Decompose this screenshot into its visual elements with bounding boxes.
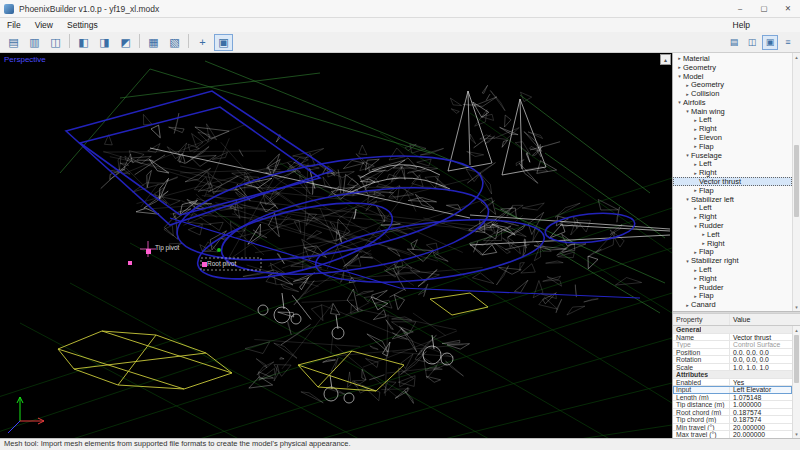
collapse-icon[interactable]: ▾ bbox=[692, 223, 699, 229]
toggle-wireframe-icon[interactable]: ▧ bbox=[165, 34, 184, 51]
expand-icon[interactable]: ▸ bbox=[692, 275, 699, 281]
tree-item-model[interactable]: ▾Model bbox=[673, 72, 792, 81]
expand-icon[interactable]: ▸ bbox=[692, 161, 699, 167]
export-mesh-icon[interactable]: ▥ bbox=[25, 34, 44, 51]
maximize-button[interactable]: ▢ bbox=[752, 0, 776, 17]
tree-item-stabilizer-left[interactable]: ▾Stabilizer left bbox=[673, 195, 792, 204]
tree-scrollbar[interactable]: ▴ ▾ bbox=[792, 53, 800, 311]
add-element-icon[interactable]: + bbox=[193, 34, 212, 51]
scroll-down-icon[interactable]: ▾ bbox=[793, 303, 800, 311]
menu-file[interactable]: File bbox=[0, 18, 28, 32]
expand-icon[interactable]: ▸ bbox=[676, 64, 683, 70]
property-value[interactable]: 0.187574 bbox=[730, 416, 792, 423]
collapse-icon[interactable]: ▾ bbox=[676, 99, 683, 105]
tree-item-flap[interactable]: ▸Flap bbox=[673, 292, 792, 301]
property-row-tip-chord-m[interactable]: Tip chord (m)0.187574 bbox=[673, 416, 792, 424]
expand-icon[interactable]: ▸ bbox=[684, 91, 691, 97]
expand-icon[interactable]: ▸ bbox=[692, 205, 699, 211]
expand-icon[interactable]: ▸ bbox=[692, 135, 699, 141]
collapse-icon[interactable]: ▾ bbox=[684, 258, 691, 264]
toggle-grid-icon[interactable]: ▦ bbox=[144, 34, 163, 51]
property-value[interactable]: 1.000000 bbox=[730, 401, 792, 408]
tree-item-left[interactable]: ▸Left bbox=[673, 116, 792, 125]
tree-item-rudder[interactable]: ▸Rudder bbox=[673, 283, 792, 292]
tree-item-left[interactable]: ▸Left bbox=[673, 204, 792, 213]
expand-icon[interactable]: ▸ bbox=[692, 187, 699, 193]
expand-icon[interactable]: ▸ bbox=[692, 293, 699, 299]
tree-item-flap[interactable]: ▸Flap bbox=[673, 142, 792, 151]
expand-icon[interactable]: ▸ bbox=[692, 170, 699, 176]
tree-item-left[interactable]: ▸Left bbox=[673, 160, 792, 169]
expand-icon[interactable]: ▸ bbox=[700, 231, 707, 237]
tree-item-rudder[interactable]: ▾Rudder bbox=[673, 221, 792, 230]
panel-scene-icon[interactable]: ▤ bbox=[726, 35, 742, 50]
collapse-icon[interactable]: ▾ bbox=[676, 73, 683, 79]
tree-item-collision[interactable]: ▸Collision bbox=[673, 89, 792, 98]
collapse-icon[interactable]: ▾ bbox=[684, 196, 691, 202]
tree-item-right[interactable]: ▸Right bbox=[673, 239, 792, 248]
property-value[interactable]: Yes bbox=[730, 379, 792, 386]
expand-icon[interactable]: ▸ bbox=[684, 82, 691, 88]
close-button[interactable]: ✕ bbox=[776, 0, 800, 17]
expand-icon[interactable]: ▸ bbox=[684, 302, 691, 308]
property-scrollbar-thumb[interactable] bbox=[794, 335, 799, 383]
reload-model-icon[interactable]: ◫ bbox=[46, 34, 65, 51]
collapse-icon[interactable]: ▾ bbox=[684, 108, 691, 114]
property-value[interactable]: Control Surface bbox=[730, 341, 792, 348]
expand-icon[interactable]: ▸ bbox=[700, 240, 707, 246]
property-scrollbar[interactable]: ▴ ▾ bbox=[792, 326, 800, 438]
expand-icon[interactable]: ▸ bbox=[692, 214, 699, 220]
tree-item-flap[interactable]: ▸Flap bbox=[673, 248, 792, 257]
tree-item-canard[interactable]: ▸Canard bbox=[673, 300, 792, 309]
tree-scrollbar-thumb[interactable] bbox=[794, 145, 799, 217]
property-row-rotation[interactable]: Rotation0.0, 0.0, 0.0 bbox=[673, 356, 792, 364]
expand-icon[interactable]: ▸ bbox=[692, 117, 699, 123]
tree-item-right[interactable]: ▸Right bbox=[673, 124, 792, 133]
panel-options-icon[interactable]: ≡ bbox=[780, 35, 796, 50]
tree-item-geometry[interactable]: ▸Geometry bbox=[673, 63, 792, 72]
scroll-up-icon[interactable]: ▴ bbox=[793, 53, 800, 61]
expand-icon[interactable]: ▸ bbox=[692, 267, 699, 273]
tree-item-stabilizer-right[interactable]: ▾Stabilizer right bbox=[673, 256, 792, 265]
property-value[interactable]: Vector thrust bbox=[730, 334, 792, 341]
tree-item-geometry[interactable]: ▸Geometry bbox=[673, 80, 792, 89]
tree-item-flap[interactable]: ▸Flap bbox=[673, 186, 792, 195]
value-column-header[interactable]: Value bbox=[730, 314, 800, 325]
tree-item-main-wing[interactable]: ▾Main wing bbox=[673, 107, 792, 116]
collapse-icon[interactable]: ▾ bbox=[684, 152, 691, 158]
property-value[interactable]: 0.187574 bbox=[730, 409, 792, 416]
tree-item-right[interactable]: ▸Right bbox=[673, 168, 792, 177]
property-value[interactable]: Left Elevator bbox=[730, 386, 792, 393]
menu-settings[interactable]: Settings bbox=[60, 18, 105, 32]
panel-geometry-icon[interactable]: ◫ bbox=[744, 35, 760, 50]
view-top-icon[interactable]: ◩ bbox=[116, 34, 135, 51]
property-row-input[interactable]: InputLeft Elevator bbox=[673, 386, 792, 394]
tree-item-left[interactable]: ▸Left bbox=[673, 230, 792, 239]
tree-item-left[interactable]: ▸Left bbox=[673, 265, 792, 274]
property-row-name[interactable]: NameVector thrust bbox=[673, 334, 792, 342]
menu-help[interactable]: Help bbox=[727, 18, 756, 32]
property-row-scale[interactable]: Scale1.0, 1.0, 1.0 bbox=[673, 364, 792, 372]
expand-icon[interactable]: ▸ bbox=[692, 284, 699, 290]
property-value[interactable]: 20.000000 bbox=[730, 431, 792, 438]
view-front-icon[interactable]: ◧ bbox=[74, 34, 93, 51]
tree-item-right[interactable]: ▸Right bbox=[673, 212, 792, 221]
menu-view[interactable]: View bbox=[28, 18, 60, 32]
panel-airfoils-icon[interactable]: ▣ bbox=[762, 35, 778, 50]
expand-icon[interactable]: ▸ bbox=[692, 143, 699, 149]
property-row-type[interactable]: TypeControl Surface bbox=[673, 341, 792, 349]
property-row-length-m[interactable]: Length (m)1.075148 bbox=[673, 394, 792, 402]
property-value[interactable]: 1.0, 1.0, 1.0 bbox=[730, 364, 792, 371]
mesh-tool-icon[interactable]: ▣ bbox=[214, 34, 233, 51]
property-row-tip-distance-m[interactable]: Tip distance (m)1.000000 bbox=[673, 401, 792, 409]
property-value[interactable]: 0.0, 0.0, 0.0 bbox=[730, 349, 792, 356]
scroll-up-icon[interactable]: ▴ bbox=[793, 326, 800, 334]
property-row-enabled[interactable]: EnabledYes bbox=[673, 379, 792, 387]
property-row-root-chord-m[interactable]: Root chord (m)0.187574 bbox=[673, 409, 792, 417]
minimize-button[interactable]: – bbox=[728, 0, 752, 17]
property-value[interactable]: 20.000000 bbox=[730, 424, 792, 431]
tree-item-vector-thrust[interactable]: Vector thrust bbox=[673, 177, 792, 186]
viewport-3d[interactable]: Perspective Tip pivot Root pivot ▴ bbox=[0, 53, 672, 438]
viewport-scroll-up-icon[interactable]: ▴ bbox=[660, 54, 671, 65]
expand-icon[interactable]: ▸ bbox=[676, 55, 683, 61]
